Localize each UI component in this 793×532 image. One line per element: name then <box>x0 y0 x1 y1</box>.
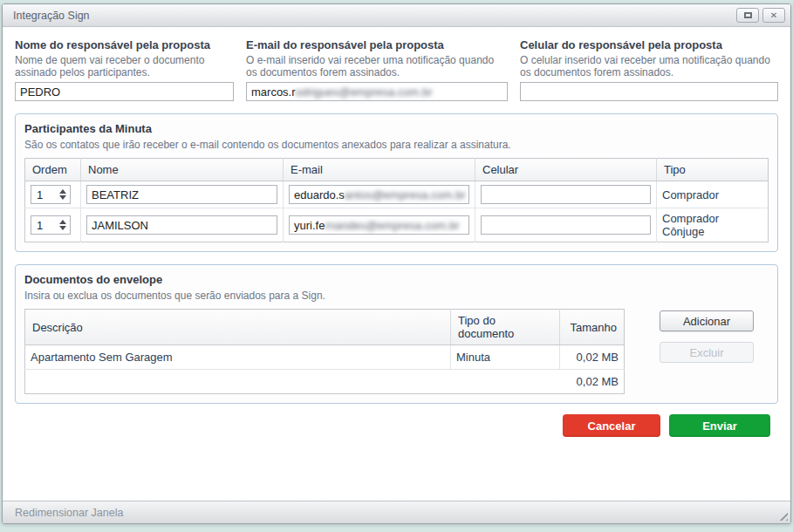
maximize-button[interactable] <box>736 8 759 23</box>
dialog-content: Nome do responsável pela proposta Nome d… <box>3 27 790 501</box>
email-visible-text: yuri.fe <box>294 219 325 232</box>
document-size: 0,02 MB <box>560 345 625 370</box>
responsible-phone-help: O celular inserido vai receber uma notif… <box>520 54 778 78</box>
responsible-phone-label: Celular do responsável pela proposta <box>520 38 778 51</box>
participant-phone-input[interactable] <box>481 215 651 235</box>
delete-document-button[interactable]: Excluir <box>660 342 754 363</box>
col-header-name: Nome <box>81 159 284 181</box>
status-bar: Redimensionar Janela <box>3 501 790 523</box>
document-row[interactable]: Apartamento Sem Garagem Minuta 0,02 MB <box>25 345 625 370</box>
documents-subtitle: Insira ou exclua os documentos que serão… <box>24 289 769 303</box>
documents-layout: Descrição Tipo do documento Tamanho Apar… <box>24 309 769 394</box>
email-blurred-text: odrigues@empresa.com.br <box>296 85 433 99</box>
document-description: Apartamento Sem Garagem <box>25 345 451 370</box>
participant-type: Comprador Cônjuge <box>657 208 769 242</box>
order-stepper[interactable]: 1 <box>31 215 71 235</box>
resize-window-label: Redimensionar Janela <box>15 507 123 519</box>
participants-title: Participantes da Minuta <box>24 121 769 136</box>
dialog-window: Integração Sign ✕ Nome do responsável pe… <box>2 3 791 524</box>
participant-name-input[interactable] <box>86 215 277 235</box>
responsible-email-label: E-mail do responsável pela proposta <box>246 38 508 51</box>
total-empty-cell <box>25 370 451 394</box>
col-header-type: Tipo <box>657 159 769 181</box>
responsible-name-group: Nome do responsável pela proposta Nome d… <box>15 38 234 101</box>
email-visible-text: eduardo.s <box>294 188 345 201</box>
email-blurred-text: antos@empresa.com.br <box>345 188 466 201</box>
email-visible-text: marcos.r <box>251 85 296 99</box>
col-header-phone: Celular <box>475 159 657 181</box>
responsible-fields: Nome do responsável pela proposta Nome d… <box>15 38 778 101</box>
participants-header-row: Ordem Nome E-mail Celular Tipo <box>25 159 769 181</box>
participant-row: 1 yuri.fernandes@empresa.com.br <box>25 208 769 242</box>
documents-title: Documentos do envelope <box>24 272 769 287</box>
title-bar[interactable]: Integração Sign ✕ <box>3 4 790 27</box>
participants-table: Ordem Nome E-mail Celular Tipo 1 <box>24 158 769 242</box>
responsible-name-input[interactable] <box>15 82 234 101</box>
document-type: Minuta <box>451 345 560 370</box>
order-value: 1 <box>31 188 57 201</box>
participant-phone-input[interactable] <box>481 185 651 204</box>
col-header-size: Tamanho <box>560 310 625 345</box>
responsible-email-input[interactable]: marcos.rodrigues@empresa.com.br <box>246 82 508 101</box>
participants-subtitle: São os contatos que irão receber o e-mai… <box>24 138 769 152</box>
responsible-email-group: E-mail do responsável pela proposta O e-… <box>246 38 508 101</box>
email-blurred-text: rnandes@empresa.com.br <box>325 219 459 232</box>
documents-section: Documentos do envelope Insira ou exclua … <box>15 264 778 404</box>
col-header-email: E-mail <box>284 159 475 181</box>
col-header-order: Ordem <box>25 159 81 181</box>
order-value: 1 <box>31 219 57 232</box>
documents-total-size: 0,02 MB <box>560 370 625 394</box>
arrow-up-icon[interactable] <box>59 189 66 194</box>
responsible-name-help: Nome de quem vai receber o documento ass… <box>15 54 234 78</box>
stepper-arrows[interactable] <box>57 220 70 230</box>
col-header-doctype: Tipo do documento <box>451 310 560 345</box>
documents-total-row: 0,02 MB <box>25 370 625 394</box>
documents-buttons: Adicionar Excluir <box>660 309 754 363</box>
close-button[interactable]: ✕ <box>762 8 785 23</box>
participant-email-input[interactable]: eduardo.santos@empresa.com.br <box>289 185 469 204</box>
window-title: Integração Sign <box>13 10 733 22</box>
send-button[interactable]: Enviar <box>669 414 770 437</box>
documents-table: Descrição Tipo do documento Tamanho Apar… <box>24 309 625 394</box>
participant-email-input[interactable]: yuri.fernandes@empresa.com.br <box>289 215 469 235</box>
responsible-email-help: O e-mail inserido vai receber uma notifi… <box>246 54 508 78</box>
arrow-down-icon[interactable] <box>59 226 66 230</box>
participants-section: Participantes da Minuta São os contatos … <box>15 113 778 252</box>
maximize-icon <box>744 12 752 18</box>
arrow-down-icon[interactable] <box>59 195 66 200</box>
total-empty-cell <box>451 370 560 394</box>
documents-header-row: Descrição Tipo do documento Tamanho <box>25 310 625 345</box>
responsible-name-label: Nome do responsável pela proposta <box>15 38 234 51</box>
arrow-up-icon[interactable] <box>59 220 66 224</box>
responsible-phone-input[interactable] <box>520 82 778 101</box>
add-document-button[interactable]: Adicionar <box>660 310 754 331</box>
responsible-phone-group: Celular do responsável pela proposta O c… <box>520 38 778 101</box>
order-stepper[interactable]: 1 <box>31 185 71 204</box>
participant-row: 1 eduardo.santos@empresa.com.br <box>25 181 769 208</box>
stepper-arrows[interactable] <box>57 189 70 200</box>
participant-type: Comprador <box>657 181 769 208</box>
resize-grip-icon[interactable] <box>776 509 788 521</box>
col-header-description: Descrição <box>25 310 451 345</box>
participant-name-input[interactable] <box>86 185 277 204</box>
action-bar: Cancelar Enviar <box>15 414 778 437</box>
cancel-button[interactable]: Cancelar <box>563 414 660 437</box>
close-icon: ✕ <box>770 10 777 20</box>
